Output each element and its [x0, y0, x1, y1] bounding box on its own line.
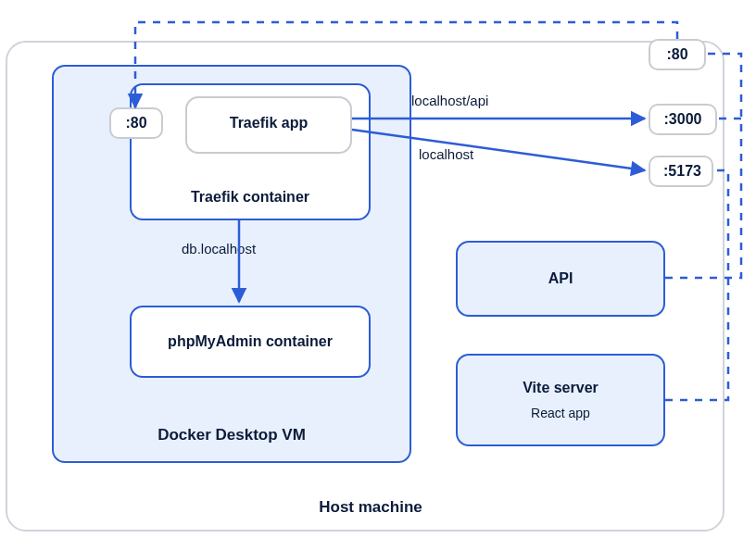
edge-label-db-localhost: db.localhost: [182, 241, 256, 256]
edge-label-localhost-api: localhost/api: [411, 93, 488, 108]
vite-subtitle: React app: [456, 406, 665, 420]
phpmyadmin-label: phpMyAdmin container: [130, 333, 371, 350]
traefik-container-label: Traefik container: [130, 189, 371, 206]
edge-label-localhost: localhost: [419, 146, 473, 162]
docker-vm-label: Docker Desktop VM: [52, 426, 411, 444]
vite-box: [456, 354, 665, 446]
host-machine-label: Host machine: [278, 498, 463, 517]
port-80-vm: :80: [109, 107, 163, 139]
traefik-app-label: Traefik app: [185, 115, 352, 131]
api-label: API: [456, 270, 665, 287]
port-3000: :3000: [649, 104, 717, 135]
vite-title: Vite server: [456, 380, 665, 396]
port-5173: :5173: [649, 156, 713, 187]
diagram-stage: { "host": { "label": "Host machine" }, "…: [0, 0, 756, 538]
port-80-host: :80: [649, 39, 706, 70]
